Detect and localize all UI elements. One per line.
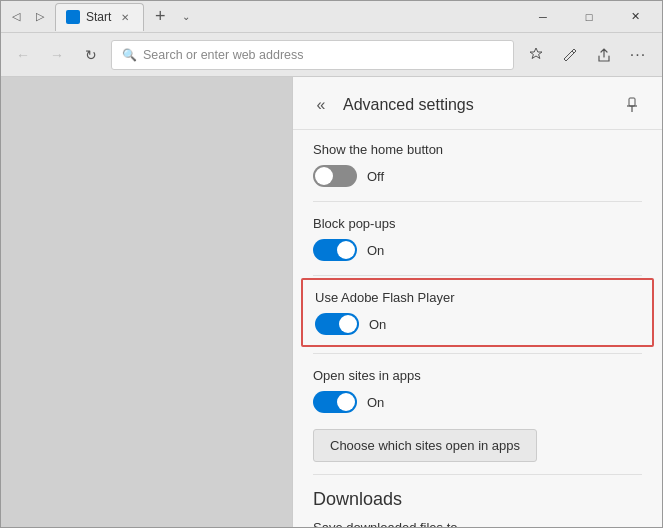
star-icon [528,47,544,63]
block-popups-label: Block pop-ups [313,216,642,231]
setting-open-sites: Open sites in apps On [293,356,662,425]
spacer-1 [293,347,662,351]
edge-icon [66,10,80,24]
new-tab-btn[interactable]: + [146,3,174,31]
address-input-container[interactable]: 🔍 Search or enter web address [111,40,514,70]
open-sites-toggle[interactable] [313,391,357,413]
choose-apps-button[interactable]: Choose which sites open in apps [313,429,537,462]
main-content: « Advanced settings Show the home button [1,77,662,527]
setting-home-button: Show the home button Off [293,130,662,199]
window-controls: ─ □ ✕ [520,1,658,33]
flash-player-toggle-row: On [315,313,640,335]
setting-block-popups: Block pop-ups On [293,204,662,273]
block-popups-state: On [367,243,384,258]
open-sites-knob [337,393,355,411]
home-button-label: Show the home button [313,142,642,157]
address-placeholder: Search or enter web address [143,48,304,62]
forward-btn[interactable]: → [43,41,71,69]
tab-close-btn[interactable]: ✕ [117,9,133,25]
address-bar: ← → ↻ 🔍 Search or enter web address [1,33,662,77]
block-popups-knob [337,241,355,259]
divider-4 [313,474,642,475]
open-sites-label: Open sites in apps [313,368,642,383]
title-bar: ◁ ▷ Start ✕ + ⌄ ─ □ ✕ [1,1,662,33]
home-button-toggle[interactable] [313,165,357,187]
open-sites-toggle-row: On [313,391,642,413]
close-btn[interactable]: ✕ [612,1,658,33]
save-label: Save downloaded files to [313,520,642,527]
downloads-section: Downloads Save downloaded files to C:\Us… [293,477,662,527]
tab-forward-btn[interactable]: ▷ [29,6,51,28]
minimize-btn[interactable]: ─ [520,1,566,33]
home-button-knob [315,167,333,185]
flash-player-label: Use Adobe Flash Player [315,290,640,305]
settings-panel: « Advanced settings Show the home button [292,77,662,527]
browser-page [1,77,292,527]
settings-pin-btn[interactable] [618,91,646,119]
flash-player-state: On [369,317,386,332]
notes-btn[interactable] [554,39,586,71]
home-button-state: Off [367,169,384,184]
favorites-btn[interactable] [520,39,552,71]
divider-1 [313,201,642,202]
tab-back-btn[interactable]: ◁ [5,6,27,28]
settings-title: Advanced settings [343,96,608,114]
flash-player-knob [339,315,357,333]
tab-start[interactable]: Start ✕ [55,3,144,31]
block-popups-toggle-row: On [313,239,642,261]
address-actions: ··· [520,39,654,71]
tab-dropdown-btn[interactable]: ⌄ [174,5,198,29]
block-popups-toggle[interactable] [313,239,357,261]
back-btn[interactable]: ← [9,41,37,69]
flash-player-toggle[interactable] [315,313,359,335]
settings-back-btn[interactable]: « [309,96,333,114]
tab-label: Start [86,10,111,24]
home-button-toggle-row: Off [313,165,642,187]
browser-window: ◁ ▷ Start ✕ + ⌄ ─ □ ✕ ← → ↻ 🔍 Search or … [0,0,663,528]
share-icon [596,47,612,63]
svg-rect-0 [629,98,635,106]
search-icon: 🔍 [122,48,137,62]
open-sites-state: On [367,395,384,410]
setting-flash-player: Use Adobe Flash Player On [301,278,654,347]
divider-3 [313,353,642,354]
maximize-btn[interactable]: □ [566,1,612,33]
refresh-btn[interactable]: ↻ [77,41,105,69]
more-btn[interactable]: ··· [622,39,654,71]
pin-icon [624,97,640,113]
tab-list: ◁ ▷ Start ✕ + ⌄ [5,1,198,32]
downloads-title: Downloads [313,489,642,510]
settings-body: Show the home button Off Block pop-ups [293,130,662,527]
share-btn[interactable] [588,39,620,71]
settings-header: « Advanced settings [293,77,662,130]
divider-2 [313,275,642,276]
pen-icon [562,47,578,63]
